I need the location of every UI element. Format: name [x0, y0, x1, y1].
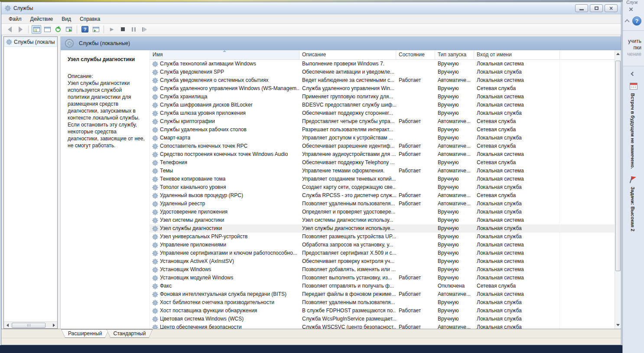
expand-chevron-icon[interactable] — [631, 72, 635, 76]
column-header-log-on-as[interactable]: Вход от имени — [474, 50, 560, 59]
service-row[interactable]: Удаленный реестр Позволяет удаленным пол… — [150, 200, 615, 208]
service-gear-icon — [152, 217, 158, 223]
service-gear-icon — [152, 308, 158, 314]
column-header-status[interactable]: Состояние — [396, 50, 435, 59]
service-startup-type: Вручную — [435, 266, 474, 274]
service-name: Цветовая система Windows (WCS) — [160, 315, 244, 323]
service-row[interactable]: Службы удаленных рабочих столов Разрешае… — [150, 126, 615, 134]
service-row[interactable]: Управление приложениями Обработка запрос… — [150, 241, 615, 249]
minimize-button[interactable] — [575, 4, 588, 12]
service-log-on-as: Локальная служба — [474, 200, 560, 208]
restart-service-button[interactable] — [140, 25, 149, 34]
service-name: Служба удаленного управления Windows (WS… — [160, 84, 299, 93]
tabs-gap — [1, 329, 61, 338]
service-row[interactable]: Службы криптографии Предоставляет четыре… — [150, 117, 615, 126]
service-status: Работает — [396, 323, 435, 329]
service-row[interactable]: Служба хранилища Применяет групповую пол… — [150, 93, 615, 101]
stop-service-button[interactable] — [118, 25, 127, 34]
view-tab[interactable]: Стандартный — [107, 329, 153, 338]
service-row[interactable]: Узел универсальных PNP-устройств Позволя… — [150, 233, 615, 241]
service-row[interactable]: Сопоставитель конечных точек RPC Обеспеч… — [150, 142, 615, 150]
service-row[interactable]: Темы Управление темами оформления. Работ… — [150, 167, 615, 175]
scroll-right-button[interactable] — [50, 322, 57, 329]
service-row[interactable]: Хост поставщика функции обнаружения В сл… — [150, 307, 615, 315]
column-header-startup-type[interactable]: Тип запуска — [435, 50, 474, 59]
list-vertical-scrollbar[interactable] — [615, 50, 621, 329]
service-row[interactable]: Установщик ActiveX (AxInstSV) Обеспечива… — [150, 257, 615, 266]
service-row[interactable]: Цветовая система Windows (WCS) Служба Wc… — [150, 315, 615, 323]
start-service-button[interactable]: ▶ — [107, 25, 117, 34]
service-row[interactable]: Служба технологий активации Windows Выпо… — [150, 60, 615, 68]
service-row[interactable]: Телефония Обеспечивает поддержку Telepho… — [150, 159, 615, 167]
service-description: Управляет созданием теневых копий... — [299, 175, 396, 183]
service-row[interactable]: Удостоверение приложения Определяет и пр… — [150, 208, 615, 216]
service-row[interactable]: Центр обеспечения безопасности Служба WS… — [150, 323, 615, 329]
column-header-description[interactable]: Описание — [299, 50, 396, 59]
service-row[interactable]: Хост библиотеки счетчика производительно… — [150, 298, 615, 307]
tree-item-services-local[interactable]: Службы (локалы — [4, 37, 57, 47]
service-startup-type: Отключена — [435, 282, 474, 290]
service-row[interactable]: Установщик Windows Позволяет добавлять, … — [150, 266, 615, 274]
service-row[interactable]: Служба уведомления SPP Обеспечение актив… — [150, 68, 615, 76]
menu-item[interactable]: Файл — [5, 15, 26, 23]
service-row[interactable]: Теневое копирование тома Управляет созда… — [150, 175, 615, 183]
service-status — [396, 60, 435, 68]
show-console-tree-button[interactable] — [32, 25, 41, 34]
properties-button[interactable] — [42, 25, 52, 34]
service-row[interactable]: Служба шлюза уровня приложения Обеспечив… — [150, 109, 615, 117]
refresh-button[interactable] — [53, 25, 63, 34]
scroll-left-button[interactable] — [4, 322, 11, 329]
service-row[interactable]: Узел системы диагностики Узел системы ди… — [150, 216, 615, 224]
scroll-up-button[interactable] — [615, 51, 621, 57]
scrollbar-thumb[interactable] — [615, 61, 621, 271]
console-tree-icon — [33, 27, 40, 32]
close-button[interactable]: × — [605, 4, 618, 12]
help-button[interactable]: ? — [80, 25, 90, 34]
background-close-icon[interactable]: × — [629, 5, 633, 14]
service-startup-type: Вручную — [435, 175, 474, 183]
menu-item[interactable]: Справка — [76, 15, 104, 23]
service-row[interactable]: Управление сертификатами и ключом работо… — [150, 249, 615, 257]
back-button[interactable] — [5, 25, 14, 34]
service-row[interactable]: Узел службы диагностики Узел службы диаг… — [150, 224, 615, 233]
service-status — [396, 233, 435, 241]
service-row[interactable]: Установщик модулей Windows Позволяет вып… — [150, 274, 615, 282]
service-status — [396, 159, 435, 167]
service-row[interactable]: Средство построения конечных точек Windo… — [150, 150, 615, 159]
maximize-button[interactable] — [590, 4, 603, 12]
service-startup-type: Автоматиче... — [435, 323, 474, 329]
collapse-chevron-icon[interactable] — [624, 19, 629, 24]
service-row[interactable]: Служба удаленного управления Windows (WS… — [150, 84, 615, 93]
column-header-name[interactable]: Имя — [150, 50, 299, 59]
service-log-on-as: Локальная служба — [474, 68, 560, 76]
forward-button[interactable] — [16, 25, 25, 34]
menu-item[interactable]: Действие — [26, 15, 57, 23]
view-tab[interactable]: Расширенный — [61, 329, 109, 338]
service-row[interactable]: Смарт-карта Управляет доступом к устройс… — [150, 134, 615, 142]
export-list-button[interactable] — [64, 25, 74, 34]
service-row[interactable]: Удаленный вызов процедур (RPC) Служба RP… — [150, 191, 615, 200]
background-help-button[interactable]: ? — [632, 16, 641, 26]
calendar-status-text: Встреч в будущем не намечено. — [630, 93, 635, 169]
service-gear-icon — [152, 300, 158, 306]
tree-horizontal-scrollbar[interactable] — [4, 321, 57, 328]
service-description: Позволяет отправлять и получать ф... — [299, 282, 396, 290]
service-row[interactable]: Факс Позволяет отправлять и получать ф..… — [150, 282, 615, 290]
service-row[interactable]: Служба уведомления о системных событиях … — [150, 76, 615, 84]
service-status: Работает — [396, 191, 435, 200]
show-extended-view-button[interactable] — [91, 25, 101, 34]
menu-item[interactable]: Вид — [58, 15, 75, 23]
service-name: Служба хранилища — [160, 93, 208, 101]
service-gear-icon — [152, 234, 158, 240]
scroll-down-button[interactable] — [615, 322, 621, 328]
service-status — [396, 208, 435, 216]
service-row[interactable]: Фоновая интеллектуальная служба передачи… — [150, 290, 615, 298]
scrollbar-thumb[interactable] — [12, 323, 46, 328]
service-startup-type: Вручную — [435, 249, 474, 257]
service-description: Позволяет размещать устройства UP... — [299, 233, 396, 241]
service-name: Узел системы диагностики — [160, 216, 224, 224]
service-row[interactable]: Тополог канального уровня Создает карту … — [150, 183, 615, 191]
pause-service-button[interactable] — [129, 25, 138, 34]
service-row[interactable]: Служба шифрования дисков BitLocker BDESV… — [150, 101, 615, 109]
titlebar[interactable]: Службы × — [1, 2, 621, 14]
